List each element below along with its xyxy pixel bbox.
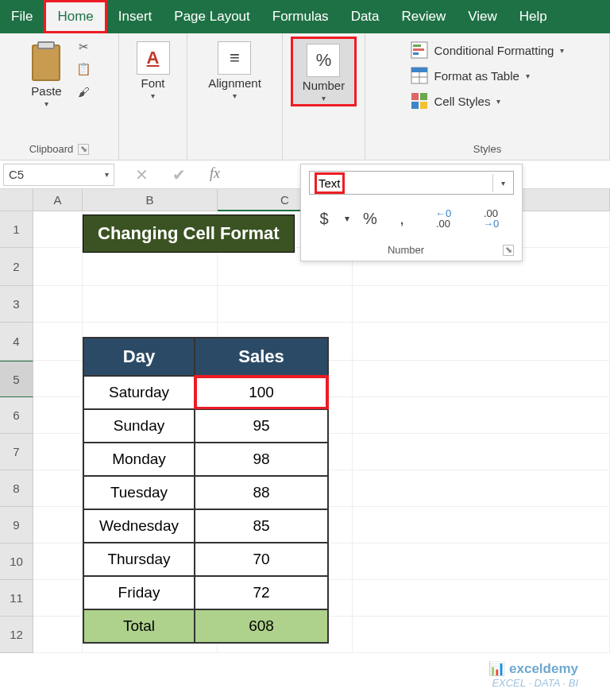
alignment-icon: ≡ xyxy=(218,41,251,75)
table-cell[interactable]: 72 xyxy=(195,576,328,609)
copy-icon[interactable]: 📋 xyxy=(74,60,95,78)
paste-label: Paste xyxy=(31,84,61,98)
font-button[interactable]: A Font ▾ xyxy=(132,38,175,103)
row-head[interactable]: 9 xyxy=(0,507,33,543)
svg-rect-8 xyxy=(411,93,419,100)
row-head[interactable]: 11 xyxy=(0,580,33,617)
paste-button[interactable]: Paste ▾ xyxy=(25,38,69,111)
tab-view[interactable]: View xyxy=(457,0,508,33)
tab-home[interactable]: Home xyxy=(44,0,106,33)
cancel-icon[interactable]: ✕ xyxy=(135,165,149,184)
clipboard-dialog-launcher[interactable]: ⬊ xyxy=(78,144,89,155)
table-cell[interactable]: 70 xyxy=(195,543,328,576)
tab-data[interactable]: Data xyxy=(340,0,391,33)
title-banner: Changing Cell Format xyxy=(83,215,295,253)
group-label-styles: Styles xyxy=(473,143,501,155)
table-total-value[interactable]: 608 xyxy=(195,609,328,643)
tab-page-layout[interactable]: Page Layout xyxy=(163,0,261,33)
table-header-day: Day xyxy=(83,338,195,376)
col-head-b[interactable]: B xyxy=(83,189,218,211)
tab-formulas[interactable]: Formulas xyxy=(261,0,340,33)
table-header-sales: Sales xyxy=(195,338,328,376)
svg-rect-2 xyxy=(413,48,424,51)
chevron-down-icon: ▾ xyxy=(233,91,237,100)
table-cell[interactable]: Monday xyxy=(83,443,195,476)
selected-cell[interactable]: 100 xyxy=(195,376,328,409)
format-painter-icon[interactable]: 🖌 xyxy=(74,83,95,100)
row-head[interactable]: 1 xyxy=(0,211,33,248)
cell-styles-button[interactable]: Cell Styles▾ xyxy=(411,92,501,110)
svg-rect-11 xyxy=(420,102,427,109)
select-all-corner[interactable] xyxy=(0,189,33,211)
enter-icon[interactable]: ✔ xyxy=(172,165,186,184)
number-button[interactable]: % Number ▾ xyxy=(291,37,357,106)
col-head-a[interactable]: A xyxy=(33,189,83,211)
fx-icon[interactable]: fx xyxy=(210,165,220,184)
tab-review[interactable]: Review xyxy=(391,0,458,33)
table-cell[interactable]: 85 xyxy=(195,509,328,543)
row-head[interactable]: 4 xyxy=(0,323,33,361)
row-head[interactable]: 10 xyxy=(0,543,33,580)
alignment-button[interactable]: ≡ Alignment ▾ xyxy=(203,38,266,103)
table-total-label[interactable]: Total xyxy=(83,609,195,643)
chevron-down-icon: ▾ xyxy=(44,99,48,108)
svg-rect-3 xyxy=(413,52,419,55)
chevron-down-icon: ▾ xyxy=(322,94,326,102)
number-format-select[interactable]: Text ▾ xyxy=(309,171,514,195)
chevron-down-icon: ▾ xyxy=(105,170,109,179)
svg-rect-10 xyxy=(411,102,419,109)
tab-file[interactable]: File xyxy=(0,0,44,33)
table-cell[interactable]: Tuesday xyxy=(83,476,195,509)
group-font: A Font ▾ xyxy=(119,33,187,160)
row-head[interactable]: 6 xyxy=(0,397,33,434)
data-table: Day Sales Saturday100 Sunday95 Monday98 … xyxy=(83,337,329,644)
row-head[interactable]: 7 xyxy=(0,434,33,470)
clipboard-icon xyxy=(29,41,64,83)
tab-help[interactable]: Help xyxy=(508,0,558,33)
group-clipboard: Paste ▾ ✂ 📋 🖌 Clipboard⬊ xyxy=(0,33,119,160)
group-number: % Number ▾ xyxy=(283,33,365,160)
chevron-down-icon[interactable]: ▾ xyxy=(341,204,353,233)
chevron-down-icon: ▾ xyxy=(151,91,155,100)
row-head[interactable]: 8 xyxy=(0,470,33,507)
name-box[interactable]: C5 ▾ xyxy=(3,164,114,186)
table-cell[interactable]: Sunday xyxy=(83,409,195,443)
percent-button[interactable]: % xyxy=(355,204,385,233)
table-cell[interactable]: 98 xyxy=(195,443,328,476)
table-cell[interactable]: Friday xyxy=(83,576,195,609)
decrease-decimal-button[interactable]: .00→0 xyxy=(468,204,514,233)
row-head[interactable]: 2 xyxy=(0,248,33,286)
chevron-down-icon[interactable]: ▾ xyxy=(492,174,513,192)
row-head[interactable]: 5 xyxy=(0,361,33,397)
number-format-panel: Text ▾ $ ▾ % , ←0.00 .00→0 Number ⬊ xyxy=(300,164,523,261)
table-cell[interactable]: 95 xyxy=(195,409,328,443)
watermark: 📊 exceldemy EXCEL · DATA · BI xyxy=(488,660,578,689)
number-panel-label: Number xyxy=(388,244,424,256)
ribbon-tabs: File Home Insert Page Layout Formulas Da… xyxy=(0,0,610,33)
conditional-formatting-button[interactable]: Conditional Formatting▾ xyxy=(411,41,565,59)
alignment-label: Alignment xyxy=(208,76,261,90)
cut-icon[interactable]: ✂ xyxy=(74,38,95,56)
conditional-formatting-icon xyxy=(411,41,428,59)
group-styles: Conditional Formatting▾ Format as Table▾… xyxy=(365,33,610,160)
cell-styles-icon xyxy=(411,92,428,110)
font-label: Font xyxy=(141,76,164,90)
increase-decimal-button[interactable]: ←0.00 xyxy=(420,204,466,233)
currency-button[interactable]: $ xyxy=(309,204,339,233)
number-dialog-launcher[interactable]: ⬊ xyxy=(503,245,514,256)
percent-icon: % xyxy=(307,44,340,77)
row-head[interactable]: 3 xyxy=(0,286,33,323)
comma-button[interactable]: , xyxy=(387,204,417,233)
number-label: Number xyxy=(303,79,345,92)
table-cell[interactable]: Thursday xyxy=(83,543,195,576)
table-cell[interactable]: Wednesday xyxy=(83,509,195,543)
table-cell[interactable]: 88 xyxy=(195,476,328,509)
tab-insert[interactable]: Insert xyxy=(107,0,164,33)
table-cell[interactable]: Saturday xyxy=(83,376,195,409)
svg-rect-1 xyxy=(413,44,421,47)
row-head[interactable]: 12 xyxy=(0,617,33,653)
ribbon: Paste ▾ ✂ 📋 🖌 Clipboard⬊ A Font ▾ ≡ Alig… xyxy=(0,33,610,160)
format-as-table-button[interactable]: Format as Table▾ xyxy=(411,67,530,84)
font-icon: A xyxy=(137,41,170,75)
table-icon xyxy=(411,67,428,84)
